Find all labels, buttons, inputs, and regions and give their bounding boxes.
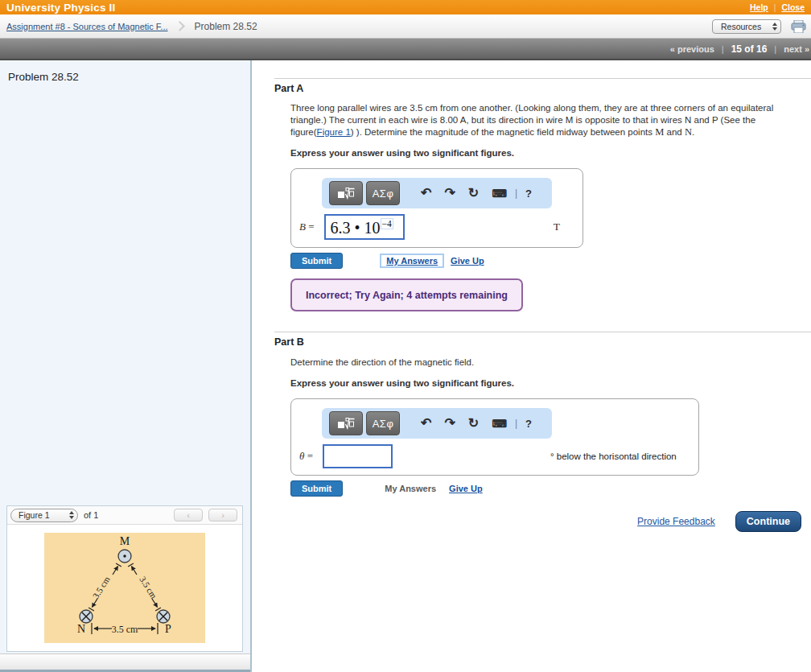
part-b-title: Part B — [274, 336, 811, 348]
current-out-of-page-icon — [123, 555, 126, 557]
resources-dropdown[interactable]: Resources — [712, 19, 781, 34]
my-answers-focus-ring: My Answers — [380, 254, 444, 268]
part-a-submit-row: Submit My Answers Give Up — [290, 253, 811, 269]
app-header: University Physics II Help | Close — [0, 0, 811, 14]
redo-icon[interactable]: ↷ — [438, 187, 461, 200]
wire-m-label: M — [120, 535, 130, 547]
help-icon[interactable]: ? — [519, 188, 538, 199]
part-a-my-answers-link[interactable]: My Answers — [386, 256, 438, 266]
header-links: Help | Close — [750, 2, 805, 12]
math-symbol-m: M — [655, 126, 664, 138]
close-link[interactable]: Close — [781, 2, 805, 12]
dropdown-stepper-icon — [772, 23, 777, 31]
equation-templates-button[interactable] — [329, 411, 363, 435]
nav-divider: | — [774, 44, 776, 54]
breadcrumb-assignment-link[interactable]: Assignment #8 - Sources of Magnetic F... — [6, 22, 168, 31]
greek-symbols-button[interactable]: ΑΣφ — [366, 411, 400, 435]
keyboard-icon[interactable]: ⌨ — [485, 188, 513, 199]
reset-icon[interactable]: ↻ — [462, 187, 485, 200]
page-nav-bar: « previous | 15 of 16 | next » — [0, 39, 811, 60]
part-a-answer-box: ΑΣφ ↶ ↷ ↻ ⌨ | ? B = 6.3 • 10 −4 — [290, 168, 583, 248]
answer-variable-label: θ = — [299, 450, 313, 463]
problem-title: Problem 28.52 — [8, 71, 250, 83]
part-a-answer-input[interactable]: 6.3 • 10 −4 — [324, 214, 405, 240]
page-position: 15 of 16 — [731, 43, 768, 55]
breadcrumb-current: Problem 28.52 — [195, 21, 257, 32]
answer-variable-label: B = — [299, 221, 315, 233]
answer-exponent: −4 — [381, 218, 393, 229]
breadcrumb-bar: Assignment #8 - Sources of Magnetic F...… — [0, 14, 811, 39]
provide-feedback-link[interactable]: Provide Feedback — [637, 516, 715, 527]
equation-template-icon — [337, 187, 356, 200]
part-b-answer-input[interactable] — [323, 444, 393, 468]
problem-text-segment: and — [664, 127, 685, 137]
figure-bottom-dim-label: 3.5 cm — [112, 624, 138, 635]
part-a-feedback-box: Incorrect; Try Again; 4 attempts remaini… — [290, 278, 523, 311]
problem-sidebar: Problem 28.52 Figure 1 of 1 ‹ › — [0, 60, 252, 672]
part-b-my-answers-label: My Answers — [385, 484, 436, 493]
part-a-instruction: Express your answer using two significan… — [290, 148, 811, 158]
equation-templates-button[interactable] — [329, 181, 363, 205]
part-b-problem-statement: Determine the direction of the magnetic … — [290, 357, 802, 369]
equation-template-icon — [337, 417, 356, 430]
part-b-instruction: Express your answer using two significan… — [290, 378, 811, 388]
undo-icon[interactable]: ↶ — [414, 417, 438, 430]
part-b-submit-button[interactable]: Submit — [290, 480, 343, 497]
toolbar-divider: | — [513, 418, 519, 429]
figure-canvas: 3.5 cm 3.5 cm 3.5 cm — [7, 525, 242, 651]
previous-link[interactable]: « previous — [670, 44, 714, 54]
wire-n-label: N — [77, 623, 85, 635]
part-a-give-up-link[interactable]: Give Up — [451, 256, 484, 266]
resources-dropdown-label: Resources — [721, 22, 761, 31]
answer-mantissa: 6.3 • 10 — [331, 217, 381, 238]
part-a-feedback-text: Incorrect; Try Again; 4 attempts remaini… — [306, 290, 508, 301]
part-b-submit-row: Submit My Answers Give Up — [290, 480, 811, 497]
figure-panel: Figure 1 of 1 ‹ › — [6, 505, 243, 652]
footer-actions: Provide Feedback Continue — [274, 511, 811, 532]
part-b-give-up-link[interactable]: Give Up — [449, 484, 483, 493]
help-link[interactable]: Help — [750, 2, 768, 12]
breadcrumb-tools: Resources — [712, 19, 806, 34]
figure-select[interactable]: Figure 1 — [10, 509, 78, 522]
equation-toolbar: ΑΣφ ↶ ↷ ↻ ⌨ | ? — [322, 178, 552, 208]
next-link[interactable]: next » — [784, 44, 809, 54]
unit-label: T — [554, 221, 560, 233]
part-a-problem-statement: Three long parallel wires are 3.5 cm fro… — [290, 102, 802, 138]
problem-text-segment: . — [692, 127, 694, 137]
part-b-answer-box: ΑΣφ ↶ ↷ ↻ ⌨ | ? θ = ° below the h — [290, 398, 699, 476]
figure-select-stepper-icon — [69, 511, 74, 519]
header-divider: | — [774, 3, 776, 12]
greek-symbols-button[interactable]: ΑΣφ — [366, 181, 400, 205]
main-content: Part A Three long parallel wires are 3.5… — [252, 60, 811, 672]
figure-prev-button[interactable]: ‹ — [174, 509, 203, 522]
part-a-title: Part A — [274, 83, 811, 94]
undo-icon[interactable]: ↶ — [414, 187, 438, 200]
equation-toolbar: ΑΣφ ↶ ↷ ↻ ⌨ | ? — [322, 408, 552, 439]
reset-icon[interactable]: ↻ — [462, 417, 485, 430]
unit-suffix-label: ° below the horisontal direction — [550, 451, 677, 461]
problem-text-segment: ) ). Determine the magnitude of the magn… — [351, 127, 655, 137]
figure-panel-footer — [0, 653, 250, 670]
breadcrumb-chevron-icon — [175, 21, 185, 31]
wire-p-label: P — [165, 623, 171, 635]
figure-count-label: of 1 — [84, 510, 98, 520]
toolbar-divider: | — [513, 188, 519, 199]
help-icon[interactable]: ? — [519, 418, 538, 429]
nav-divider: | — [722, 44, 724, 54]
figure-wires-diagram: 3.5 cm 3.5 cm 3.5 cm — [44, 533, 205, 643]
print-icon[interactable] — [791, 20, 806, 33]
figure-selector-bar: Figure 1 of 1 ‹ › — [7, 506, 242, 525]
math-symbol-n: N — [685, 126, 692, 138]
app-title: University Physics II — [6, 2, 116, 14]
part-a-submit-button[interactable]: Submit — [290, 253, 343, 269]
figure-next-button[interactable]: › — [208, 509, 237, 522]
continue-button[interactable]: Continue — [735, 511, 801, 532]
keyboard-icon[interactable]: ⌨ — [485, 418, 513, 429]
figure-nav: ‹ › — [174, 509, 237, 522]
redo-icon[interactable]: ↷ — [438, 417, 461, 430]
figure-link[interactable]: Figure 1 — [317, 127, 351, 137]
figure-select-value: Figure 1 — [19, 510, 50, 520]
part-b-divider — [274, 332, 811, 332]
part-a-divider — [274, 78, 811, 79]
